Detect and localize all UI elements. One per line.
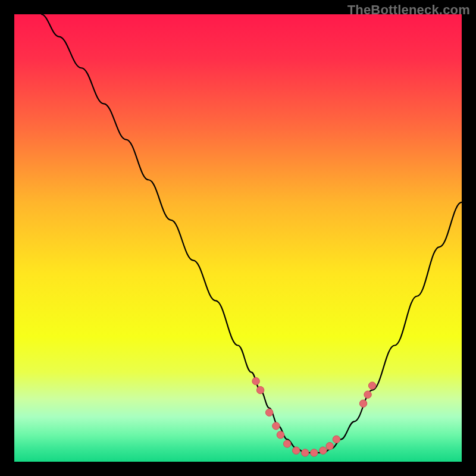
highlight-dot xyxy=(252,377,259,384)
highlight-dot xyxy=(265,409,273,416)
highlight-dot xyxy=(277,431,284,439)
highlight-dot xyxy=(284,440,291,447)
highlight-dot xyxy=(311,449,318,456)
watermark-text: TheBottleneck.com xyxy=(347,2,470,18)
highlight-dot xyxy=(333,436,340,443)
gradient-background xyxy=(14,14,462,462)
highlight-dot xyxy=(368,382,375,389)
highlight-dot xyxy=(359,400,367,407)
highlight-dot xyxy=(326,442,333,449)
highlight-dot xyxy=(273,422,280,430)
highlight-dot xyxy=(293,447,300,454)
highlight-dot xyxy=(320,447,327,454)
highlight-dot xyxy=(256,386,264,393)
highlight-dot xyxy=(364,391,371,398)
chart-frame xyxy=(14,14,462,462)
chart-svg xyxy=(14,14,462,462)
highlight-dot xyxy=(302,449,309,456)
